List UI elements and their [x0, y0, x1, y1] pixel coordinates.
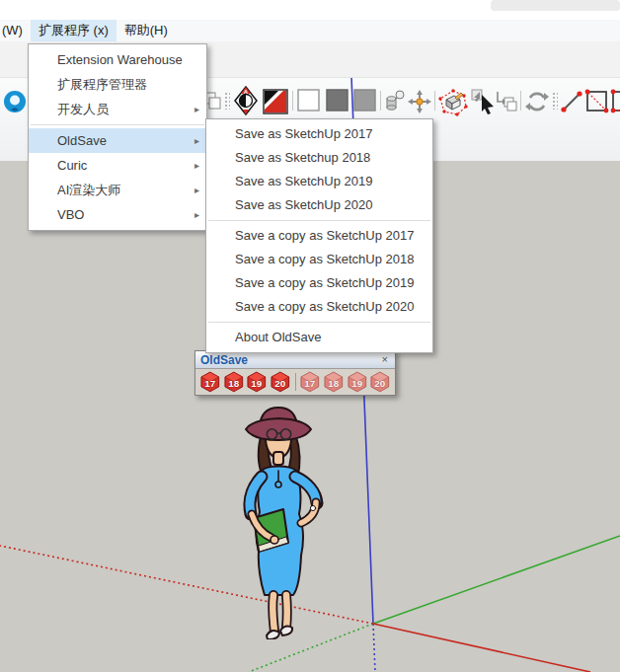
menu-help[interactable]: 帮助(H)	[116, 20, 176, 41]
toolbar-separator	[520, 91, 521, 111]
menu-item-oldsave[interactable]: OldSave ▸	[29, 128, 206, 153]
menu-item-label: OldSave	[57, 133, 107, 148]
submenu-item-save-copy-2017[interactable]: Save a copy as SketchUp 2017	[206, 224, 432, 248]
extensions-menu: Extension Warehouse 扩展程序管理器 开发人员 ▸ OldSa…	[28, 43, 207, 231]
svg-text:20: 20	[375, 378, 386, 389]
save-2020-button[interactable]: 20	[270, 371, 291, 393]
menu-item-curic[interactable]: Curic ▸	[29, 153, 206, 178]
save-copy-2020-button[interactable]: 20	[369, 371, 391, 393]
style-toggle-icon[interactable]	[263, 89, 288, 114]
toolbar-separator	[292, 91, 293, 111]
rectangle-tool-icon[interactable]	[584, 89, 610, 114]
menu-window-partial[interactable]: (W)	[0, 20, 31, 41]
oldsave-toolbar-separator	[295, 373, 296, 391]
save-copy-2019-button[interactable]: 19	[347, 371, 368, 393]
menu-item-extension-manager[interactable]: 扩展程序管理器	[29, 72, 206, 97]
submenu-item-save-as-2017[interactable]: Save as SketchUp 2017	[206, 122, 432, 146]
menu-item-label: VBO	[57, 207, 84, 222]
green-axis	[373, 536, 620, 624]
chevron-right-icon: ▸	[194, 153, 199, 178]
menu-item-label: Save as SketchUp 2019	[235, 174, 372, 188]
save-2018-button[interactable]: 18	[223, 371, 245, 393]
menu-item-label: Curic	[57, 158, 87, 173]
menu-item-label: Save a copy as SketchUp 2020	[235, 299, 414, 314]
svg-text:17: 17	[204, 378, 215, 389]
menu-item-label: Extension Warehouse	[57, 52, 183, 67]
close-icon[interactable]: ×	[380, 354, 390, 365]
menu-item-label: AI渲染大师	[57, 183, 120, 197]
toolbar-separator	[380, 91, 381, 111]
save-2017-button[interactable]: 17	[199, 371, 221, 393]
menu-separator	[208, 220, 430, 221]
menu-item-label: Save a copy as SketchUp 2018	[235, 252, 414, 266]
orbit-orb-icon[interactable]	[2, 89, 28, 114]
submenu-item-save-copy-2020[interactable]: Save a copy as SketchUp 2020	[206, 295, 432, 319]
toolbar-grip[interactable]	[224, 92, 230, 110]
oldsave-toolbar-titlebar[interactable]: OldSave ×	[195, 351, 395, 369]
menu-item-label: 扩展程序管理器	[57, 77, 147, 92]
svg-text:20: 20	[274, 378, 285, 389]
chevron-right-icon: ▸	[194, 128, 199, 153]
blue-axis-dotted	[373, 624, 375, 672]
sketchup-window: (W) 扩展程序 (x) 帮助(H) A	[0, 0, 620, 672]
svg-text:18: 18	[228, 378, 239, 389]
red-axis	[373, 624, 590, 672]
menu-item-label: 开发人员	[57, 102, 109, 116]
chevron-right-icon: ▸	[194, 97, 199, 121]
save-copy-2018-button[interactable]: 18	[323, 371, 345, 393]
line-tool-icon[interactable]	[559, 89, 584, 114]
menu-item-label: Save as SketchUp 2020	[235, 197, 372, 212]
svg-text:18: 18	[328, 378, 339, 389]
menu-item-label: Save a copy as SketchUp 2017	[235, 228, 414, 243]
menu-separator	[208, 322, 430, 323]
menu-item-ai-render-master[interactable]: AI渲染大师 ▸	[29, 178, 206, 202]
svg-text:A: A	[244, 89, 249, 95]
svg-text:17: 17	[305, 378, 316, 389]
submenu-item-about-oldsave[interactable]: About OldSave	[206, 326, 432, 349]
menu-item-label: About OldSave	[235, 330, 321, 344]
submenu-item-save-as-2019[interactable]: Save as SketchUp 2019	[206, 170, 432, 193]
menu-separator	[31, 124, 204, 125]
person-figure[interactable]	[217, 398, 331, 639]
submenu-item-save-copy-2019[interactable]: Save a copy as SketchUp 2019	[206, 271, 432, 295]
oldsave-submenu: Save as SketchUp 2017 Save as Sketchup 2…	[205, 118, 433, 353]
menu-item-label: Save as SketchUp 2017	[235, 126, 372, 141]
menu-extensions[interactable]: 扩展程序 (x)	[31, 20, 116, 41]
chevron-right-icon: ▸	[194, 202, 199, 227]
oldsave-toolbar-buttons: 17 18 19 20 17	[195, 369, 395, 395]
toolbar-grip[interactable]	[552, 92, 558, 110]
save-copy-2017-button[interactable]: 17	[299, 371, 321, 393]
compass-north-icon[interactable]: A	[233, 86, 259, 115]
svg-text:19: 19	[252, 378, 263, 389]
top-right-panel-fragment	[491, 0, 620, 11]
swatch-darkgray-icon[interactable]	[326, 89, 349, 112]
oldsave-toolbar-panel: OldSave × 17 18 19 20	[194, 350, 396, 396]
menu-item-label: Save as Sketchup 2018	[235, 150, 370, 165]
submenu-item-save-as-2020[interactable]: Save as SketchUp 2020	[206, 193, 432, 217]
component-icon[interactable]	[384, 89, 406, 114]
svg-text:19: 19	[351, 378, 362, 389]
edit-component-icon[interactable]	[438, 89, 468, 116]
swatch-white-icon[interactable]	[297, 89, 321, 112]
chevron-right-icon: ▸	[194, 178, 199, 202]
rotated-rectangle-tool-icon[interactable]	[610, 89, 620, 114]
save-2019-button[interactable]: 19	[246, 371, 268, 393]
menu-item-vbo[interactable]: VBO ▸	[29, 202, 206, 227]
submenu-item-save-copy-2018[interactable]: Save a copy as SketchUp 2018	[206, 248, 432, 271]
menu-item-label: Save a copy as SketchUp 2019	[235, 275, 414, 290]
move-icon[interactable]	[407, 89, 432, 114]
oldsave-toolbar-title: OldSave	[200, 353, 380, 367]
menu-bar: (W) 扩展程序 (x) 帮助(H)	[0, 20, 620, 41]
paste-in-place-icon[interactable]	[493, 89, 518, 114]
menu-item-extension-warehouse[interactable]: Extension Warehouse	[29, 47, 206, 72]
toolbar-separator	[434, 91, 435, 111]
refresh-icon[interactable]	[524, 89, 550, 114]
swatch-gray-icon[interactable]	[353, 89, 377, 112]
submenu-item-save-as-2018[interactable]: Save as Sketchup 2018	[206, 146, 432, 170]
menu-item-developer[interactable]: 开发人员 ▸	[29, 97, 206, 121]
